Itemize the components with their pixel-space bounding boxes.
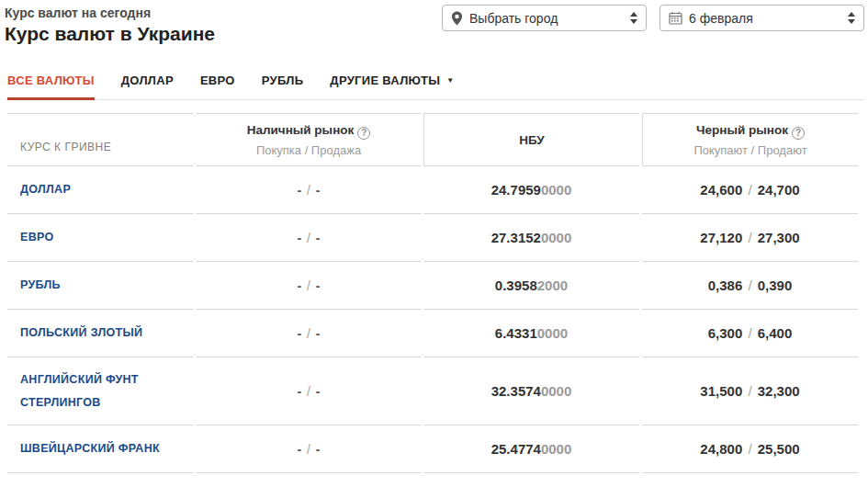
nbu-trailing-zeros: 0000 (541, 441, 571, 457)
nbu-trailing-zeros: 2000 (537, 277, 568, 293)
black-sell: 24,700 (758, 182, 800, 198)
currency-cell: АНГЛИЙСКИЙ ФУНТ СТЕРЛИНГОВ (7, 357, 194, 425)
nbu-value: 0.3958 (495, 277, 537, 293)
tab-all-currencies[interactable]: ВСЕ ВАЛЮТЫ (7, 74, 95, 99)
black-buy: 6,300 (708, 325, 743, 341)
black-market-cell: 31,500 / 32,300 (642, 357, 858, 425)
column-header-black-market: Черный рынок? Покупают / Продают (642, 113, 858, 166)
cash-rate-cell: - / - (197, 262, 421, 310)
nbu-label: НБУ (424, 133, 639, 147)
cash-sell: - (316, 326, 321, 341)
tab-dollar[interactable]: ДОЛЛАР (121, 74, 174, 99)
location-pin-icon (451, 11, 463, 26)
black-market-cell: 24,600 / 24,700 (642, 166, 858, 214)
cash-buy: - (297, 231, 301, 245)
black-market-cell: 6,300 / 6,400 (642, 310, 858, 357)
currency-cell: ШВЕЙЦАРСКИЙ ФРАНК (7, 425, 194, 473)
currency-link[interactable]: ЕВРО (20, 231, 53, 244)
black-buy: 0,386 (708, 277, 743, 293)
tab-other-label: ДРУГИЕ ВАЛЮТЫ (330, 74, 440, 87)
slash-separator: / (746, 325, 753, 341)
currency-tabs: ВСЕ ВАЛЮТЫ ДОЛЛАР ЕВРО РУБЛЬ ДРУГИЕ ВАЛЮ… (5, 74, 864, 100)
currency-link[interactable]: ШВЕЙЦАРСКИЙ ФРАНК (20, 442, 160, 455)
city-select-spinner[interactable] (630, 12, 637, 24)
tab-euro[interactable]: ЕВРО (200, 74, 235, 99)
slash-separator: / (305, 442, 312, 457)
date-select-spinner[interactable] (848, 12, 855, 24)
column-header-nbu: НБУ (423, 113, 639, 166)
black-buy: 27,120 (700, 230, 742, 245)
chevron-down-icon: ▼ (446, 76, 454, 85)
black-market-cell: 0,386 / 0,390 (642, 262, 858, 310)
nbu-rate-cell: 32.35740000 (423, 357, 639, 425)
slash-separator: / (305, 384, 312, 399)
spinner-up-icon (630, 12, 637, 17)
spinner-down-icon (848, 19, 855, 24)
date-select[interactable]: 6 февраля (659, 5, 864, 31)
cash-buy: - (297, 183, 301, 198)
table-header-row: КУРС К ГРИВНЕ Наличный рынок? Покупка / … (7, 113, 858, 166)
nbu-rate-cell: 27.31520000 (423, 214, 639, 262)
cash-market-label: Наличный рынок (247, 123, 355, 137)
page-header: Курс валют на сегодня Курс валют в Украи… (5, 4, 864, 45)
column-header-cash-market: Наличный рынок? Покупка / Продажа (197, 113, 421, 166)
currency-link[interactable]: АНГЛИЙСКИЙ ФУНТ СТЕРЛИНГОВ (20, 373, 139, 408)
black-sell: 6,400 (758, 325, 793, 341)
currency-cell: ЕВРО (7, 214, 194, 262)
cash-rate-cell: - / - (197, 166, 421, 214)
table-row-zloty: ПОЛЬСКИЙ ЗЛОТЫЙ - / - 6.43310000 6,300 /… (7, 310, 858, 357)
cash-sell: - (316, 183, 321, 198)
cash-buy: - (297, 442, 301, 457)
cash-sell: - (316, 442, 321, 457)
table-row-franc: ШВЕЙЦАРСКИЙ ФРАНК - / - 25.47740000 24,8… (7, 425, 858, 473)
cash-buy: - (297, 278, 301, 293)
black-buy: 31,500 (700, 383, 742, 399)
currency-link[interactable]: РУБЛЬ (20, 278, 61, 291)
cash-rate-cell: - / - (197, 310, 421, 357)
calendar-icon (669, 11, 682, 25)
cash-sell: - (316, 278, 321, 293)
help-icon[interactable]: ? (792, 127, 805, 140)
black-market-label: Черный рынок (696, 123, 788, 137)
nbu-trailing-zeros: 0000 (541, 383, 571, 399)
nbu-value: 32.3574 (491, 383, 541, 399)
nbu-rate-cell: 6.43310000 (423, 310, 639, 357)
table-row-ruble: РУБЛЬ - / - 0.39582000 0,386 / 0,390 (7, 262, 858, 310)
nbu-trailing-zeros: 0000 (541, 182, 571, 198)
nbu-trailing-zeros: 0000 (537, 325, 568, 341)
spinner-up-icon (848, 12, 855, 17)
help-icon[interactable]: ? (357, 127, 370, 140)
black-sell: 32,300 (758, 383, 800, 399)
black-sell: 25,500 (758, 441, 800, 457)
nbu-value: 6.4331 (495, 325, 537, 341)
slash-separator: / (746, 441, 753, 457)
page-subtitle: Курс валют на сегодня (5, 4, 215, 20)
currency-cell: ДОЛЛАР (7, 166, 194, 214)
tab-other-currencies[interactable]: ДРУГИЕ ВАЛЮТЫ▼ (330, 74, 454, 99)
cash-rate-cell: - / - (197, 214, 421, 262)
nbu-value: 27.3152 (491, 230, 541, 245)
black-sell: 27,300 (758, 230, 800, 245)
date-select-value: 6 февраля (689, 11, 848, 26)
cash-market-sublabel: Покупка / Продажа (197, 143, 421, 157)
nbu-value: 24.7959 (491, 182, 541, 198)
slash-separator: / (746, 182, 753, 198)
slash-separator: / (305, 326, 312, 341)
column-header-currency: КУРС К ГРИВНЕ (7, 113, 194, 166)
currency-link[interactable]: ДОЛЛАР (20, 183, 71, 196)
currency-cell: ПОЛЬСКИЙ ЗЛОТЫЙ (7, 310, 194, 357)
black-market-cell: 27,120 / 27,300 (642, 214, 858, 262)
cash-buy: - (297, 326, 301, 341)
header-controls: Выбрать город 6 февраля (442, 5, 864, 31)
black-market-sublabel: Покупают / Продают (643, 143, 858, 157)
cash-rate-cell: - / - (197, 425, 421, 473)
black-buy: 24,800 (700, 441, 742, 457)
tab-ruble[interactable]: РУБЛЬ (262, 74, 304, 99)
currency-link[interactable]: ПОЛЬСКИЙ ЗЛОТЫЙ (20, 326, 142, 339)
slash-separator: / (305, 231, 312, 245)
nbu-rate-cell: 24.79590000 (423, 166, 639, 214)
slash-separator: / (305, 183, 312, 198)
black-market-cell: 24,800 / 25,500 (642, 425, 858, 473)
city-select[interactable]: Выбрать город (442, 5, 647, 31)
cash-sell: - (316, 231, 321, 245)
